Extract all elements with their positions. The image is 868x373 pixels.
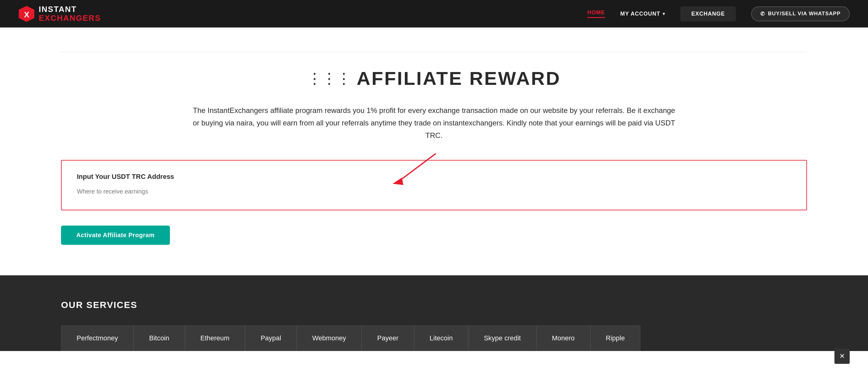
main-content: ⋮⋮⋮ AFFILIATE REWARD The InstantExchange…: [0, 27, 868, 275]
input-section: Input Your USDT TRC Address: [61, 160, 807, 210]
service-perfectmoney[interactable]: Perfectmoney: [61, 325, 134, 351]
close-button[interactable]: ✕: [834, 349, 850, 364]
logo[interactable]: X INSTANT EXCHANGERS: [18, 5, 101, 22]
top-divider: [61, 52, 807, 52]
services-title: OUR SERVICES: [61, 300, 807, 310]
section-title: AFFILIATE REWARD: [356, 67, 561, 89]
logo-line1: INSTANT: [39, 5, 101, 14]
input-label: Input Your USDT TRC Address: [77, 173, 791, 181]
service-monero[interactable]: Monero: [536, 325, 590, 351]
service-bitcoin[interactable]: Bitcoin: [134, 325, 185, 351]
description-text: The InstantExchangers affiliate program …: [190, 105, 678, 142]
service-payeer[interactable]: Payeer: [362, 325, 414, 351]
nav-account[interactable]: MY ACCOUNT: [620, 11, 665, 17]
service-ethereum[interactable]: Ethereum: [185, 325, 245, 351]
section-header: ⋮⋮⋮ AFFILIATE REWARD: [61, 67, 807, 89]
whatsapp-icon: ✆: [760, 11, 765, 17]
service-litecoin[interactable]: Litecoin: [414, 325, 468, 351]
footer: OUR SERVICES Perfectmoney Bitcoin Ethere…: [0, 275, 868, 351]
navbar: X INSTANT EXCHANGERS HOME MY ACCOUNT EXC…: [0, 0, 868, 27]
grid-icon: ⋮⋮⋮: [307, 70, 351, 87]
services-row: Perfectmoney Bitcoin Ethereum Paypal Web…: [61, 325, 807, 351]
whatsapp-label: BUY/SELL VIA WHATSAPP: [768, 11, 841, 17]
service-webmoney[interactable]: Webmoney: [297, 325, 362, 351]
logo-icon: X: [18, 5, 35, 22]
svg-text:X: X: [24, 10, 30, 19]
exchange-button[interactable]: EXCHANGE: [680, 6, 736, 21]
nav-home[interactable]: HOME: [587, 9, 605, 18]
nav-links: HOME MY ACCOUNT EXCHANGE ✆ BUY/SELL VIA …: [587, 6, 850, 21]
activate-affiliate-button[interactable]: Activate Affiliate Program: [61, 226, 170, 245]
logo-text: INSTANT EXCHANGERS: [39, 5, 101, 22]
service-ripple[interactable]: Ripple: [590, 325, 641, 351]
usdt-address-input[interactable]: [77, 185, 791, 198]
whatsapp-button[interactable]: ✆ BUY/SELL VIA WHATSAPP: [751, 6, 850, 21]
service-paypal[interactable]: Paypal: [245, 325, 297, 351]
logo-line2: EXCHANGERS: [39, 14, 101, 23]
service-skype-credit[interactable]: Skype credit: [468, 325, 536, 351]
